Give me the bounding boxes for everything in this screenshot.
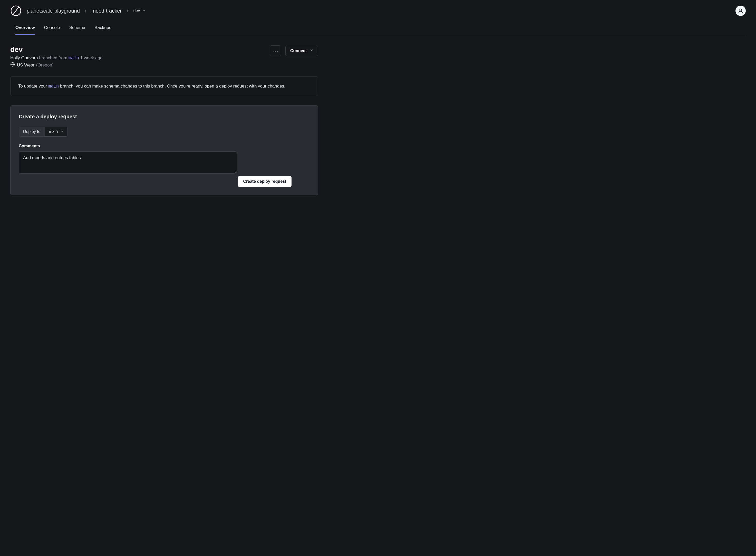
- branched-from-label: branched from: [39, 56, 67, 60]
- user-icon: [738, 8, 744, 13]
- breadcrumb-branch-selector[interactable]: dev: [134, 8, 146, 13]
- branched-from-branch[interactable]: main: [69, 55, 79, 60]
- breadcrumb-branch-label: dev: [134, 8, 140, 13]
- create-deploy-request-button[interactable]: Create deploy request: [238, 176, 291, 187]
- breadcrumb-separator: /: [127, 8, 128, 14]
- branch-time-ago: 1 week ago: [80, 56, 103, 60]
- branch-info: dev Holly Guevara branched from main 1 w…: [10, 45, 102, 68]
- breadcrumb-org[interactable]: planetscale-playground: [27, 8, 80, 14]
- branch-author: Holly Guevara: [10, 56, 38, 60]
- connect-button[interactable]: Connect: [285, 46, 318, 56]
- comments-label: Comments: [19, 144, 310, 148]
- tab-schema[interactable]: Schema: [69, 23, 85, 35]
- more-actions-button[interactable]: [270, 45, 281, 56]
- avatar[interactable]: [735, 6, 746, 16]
- info-text-before: To update your: [18, 84, 48, 89]
- deploy-target-selector: Deploy to main: [19, 127, 68, 137]
- deploy-target-dropdown[interactable]: main: [45, 127, 68, 136]
- breadcrumb-separator: /: [85, 8, 86, 14]
- region-detail: (Oregon): [36, 63, 53, 68]
- svg-point-4: [740, 9, 742, 11]
- chevron-down-icon: [310, 48, 313, 53]
- branch-title: dev: [10, 45, 102, 54]
- tabs: Overview Console Schema Backups: [10, 23, 746, 35]
- connect-button-label: Connect: [290, 48, 307, 53]
- info-box: To update your main branch, you can make…: [10, 76, 318, 96]
- logo-icon[interactable]: [10, 5, 22, 16]
- info-branch-code[interactable]: main: [48, 83, 59, 89]
- chevron-down-icon: [142, 9, 146, 12]
- chevron-down-icon: [60, 129, 64, 134]
- globe-icon: [10, 62, 15, 68]
- svg-point-10: [277, 51, 278, 52]
- deploy-target-value: main: [49, 129, 58, 134]
- info-text-after: branch, you can make schema changes to t…: [59, 84, 285, 89]
- svg-point-9: [275, 51, 276, 52]
- deploy-to-label: Deploy to: [19, 127, 45, 136]
- branch-region: US West (Oregon): [10, 62, 102, 68]
- breadcrumb: planetscale-playground / mood-tracker / …: [10, 5, 146, 16]
- ellipsis-icon: [273, 48, 278, 54]
- breadcrumb-database[interactable]: mood-tracker: [92, 8, 122, 14]
- svg-point-8: [273, 51, 274, 52]
- deploy-card-title: Create a deploy request: [19, 114, 310, 119]
- deploy-request-card: Create a deploy request Deploy to main C…: [10, 105, 318, 195]
- comments-textarea[interactable]: [19, 151, 237, 174]
- region-name: US West: [17, 63, 34, 68]
- branch-meta: Holly Guevara branched from main 1 week …: [10, 55, 102, 61]
- tab-backups[interactable]: Backups: [95, 23, 111, 35]
- tab-overview[interactable]: Overview: [15, 23, 35, 35]
- tab-console[interactable]: Console: [44, 23, 60, 35]
